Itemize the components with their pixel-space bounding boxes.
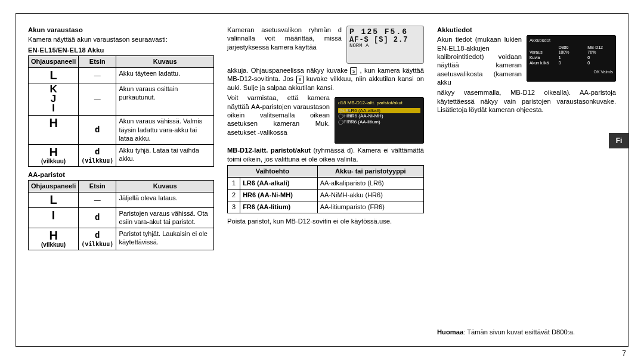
opt-type: AA-litiumparisto (FR6) — [317, 201, 423, 213]
panel-glyph: I — [29, 208, 79, 228]
column-battery-info: Akkutiedot Akkutiedot D800 MB-D12 Varaus… — [437, 26, 616, 339]
section-heading-aa: AA-paristot — [28, 170, 214, 179]
lcd-line1: P 125 F5.6 — [349, 28, 421, 36]
table-row: 1 LR6 (AA-alkali) AA-alkaliparisto (LR6) — [228, 177, 424, 189]
column-settings: P 125 F5.6 AF-S [S] 2.7 NORM A Kameran a… — [227, 26, 424, 339]
s-icon: s — [296, 76, 304, 83]
table-row: H (vilkkuu) d (vilkkuu) Akku tyhjä. Lata… — [29, 144, 214, 166]
table-row: K J I — Akun varaus osittain purkautunut… — [29, 83, 214, 116]
page-frame: Fi Akun varaustaso Kamera näyttää akun v… — [16, 13, 628, 347]
table-row: L — Akku täyteen ladattu. — [29, 68, 214, 83]
finder-glyph: — — [79, 83, 116, 116]
table-row: H (vilkkuu) d (vilkkuu) Paristot tyhjät.… — [29, 228, 214, 250]
opt-name: HR6 (AA-Ni-MH) — [240, 190, 318, 201]
table-row: H d Akun varaus vähissä. Valmis täysin l… — [29, 116, 214, 144]
table-row: L — Jäljellä oleva lataus. — [29, 193, 214, 208]
row-desc: Akku tyhjä. Lataa tai vaihda akku. — [116, 144, 214, 166]
th-panel: Ohjauspaneeli — [29, 181, 79, 193]
th-finder: Etsin — [79, 181, 116, 193]
finder-glyph: — — [79, 68, 116, 83]
info-title: Akkutiedot — [530, 38, 613, 43]
panel-glyph: H (vilkkuu) — [29, 144, 79, 166]
th-option: Vaihtoehto — [228, 165, 318, 177]
table-row: I d Paristojen varaus vähissä. Ota esiin… — [29, 208, 214, 228]
row-desc: Jäljellä oleva lataus. — [116, 193, 214, 208]
settings-para-1b: akkuja. Ohjauspaneelissa näkyy kuvake s … — [227, 66, 424, 92]
finder-glyph: d — [79, 208, 116, 228]
panel-glyph: L — [29, 68, 79, 83]
settings-para-4: Poista paristot, kun MB-D12-sovitin ei o… — [227, 217, 424, 225]
row-desc: Akku täyteen ladattu. — [116, 68, 214, 83]
finder-glyph: d (vilkkuu) — [79, 144, 116, 166]
section-heading-akkutiedot: Akkutiedot — [437, 26, 616, 34]
opt-name: LR6 (AA-alkali) — [240, 177, 318, 189]
th-desc: Kuvaus — [116, 55, 214, 67]
table-row: 3 FR6 (AA-litium) AA-litiumparisto (FR6) — [228, 201, 424, 213]
row-desc: Akun varaus vähissä. Valmis täysin ladat… — [116, 116, 214, 144]
finder-glyph: — — [79, 193, 116, 208]
s-icon: s — [350, 67, 357, 74]
column-battery-level: Akun varaustaso Kamera näyttää akun vara… — [28, 26, 214, 339]
panel-glyph: H (vilkkuu) — [29, 228, 79, 250]
table-aa: Ohjauspaneeli Etsin Kuvaus L — Jäljellä … — [28, 180, 214, 250]
akkutiedot-para-2: näkyy vasemmalla, MB-D12 oikealla). AA-p… — [437, 88, 616, 114]
row-desc: Akun varaus osittain purkautunut. — [116, 83, 214, 116]
row-desc: Paristot tyhjät. Laukaisin ei ole käytet… — [116, 228, 214, 250]
panel-glyph: K J I — [29, 83, 79, 116]
lcd-line3: NORM A — [349, 44, 421, 49]
opt-type: AA-NiMH-akku (HR6) — [317, 190, 423, 201]
finder-glyph: d — [79, 116, 116, 144]
opt-name: FR6 (AA-litium) — [240, 201, 318, 213]
opt-num: 1 — [228, 177, 240, 189]
info-screen-illustration: Akkutiedot D800 MB-D12 Varaus 100% 76% K… — [527, 35, 616, 82]
language-tab: Fi — [609, 133, 629, 148]
panel-glyph: L — [29, 193, 79, 208]
battery-level-intro: Kamera näyttää akun varaustason seuraava… — [28, 35, 214, 44]
page-number: 7 — [16, 349, 628, 357]
section-heading-en-el: EN-EL15/EN-EL18 Akku — [28, 46, 214, 54]
table-row: 2 HR6 (AA-Ni-MH) AA-NiMH-akku (HR6) — [228, 190, 424, 201]
opt-type: AA-alkaliparisto (LR6) — [317, 177, 423, 189]
opt-num: 2 — [228, 190, 240, 201]
finder-glyph: d (vilkkuu) — [79, 228, 116, 250]
table-battery-types: Vaihtoehto Akku- tai paristotyyppi 1 LR6… — [227, 165, 424, 213]
th-desc: Kuvaus — [116, 181, 214, 193]
note-huomaa: Huomaa: Tämän sivun kuvat esittävät D800… — [437, 328, 616, 336]
th-panel: Ohjauspaneeli — [29, 55, 79, 67]
section-heading-battery-level: Akun varaustaso — [28, 26, 214, 34]
opt-num: 3 — [228, 201, 240, 213]
lcd-panel-illustration: P 125 F5.6 AF-S [S] 2.7 NORM A — [346, 26, 424, 64]
table-en-el: Ohjauspaneeli Etsin Kuvaus L — Akku täyt… — [28, 55, 214, 167]
panel-glyph: H — [29, 116, 79, 144]
row-desc: Paristojen varaus vähissä. Ota esiin var… — [116, 208, 214, 228]
menu-title: d18 MB-D12-laitt. paristot/akut — [338, 100, 420, 106]
th-finder: Etsin — [79, 55, 116, 67]
menu-illustration: d18 MB-D12-laitt. paristot/akut ◎LR6LR6 … — [335, 97, 424, 144]
th-type: Akku- tai paristotyyppi — [317, 165, 423, 177]
settings-para-3: MB-D12-laitt. paristot/akut (ryhmässä d)… — [227, 146, 424, 163]
